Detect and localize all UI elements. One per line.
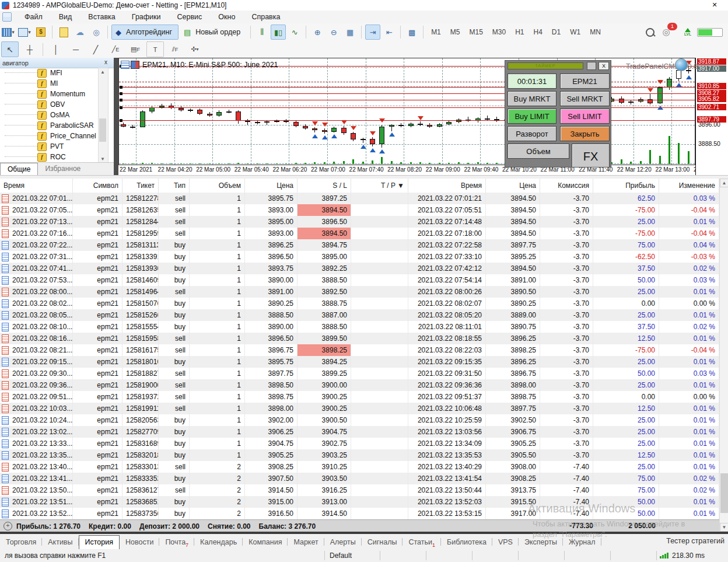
tab-Компания[interactable]: Компания (243, 536, 288, 548)
channels-tool-icon[interactable]: ⫽F (166, 41, 184, 57)
table-row[interactable]: 2021.03.22 08:16...epm21125815958sell138… (0, 333, 719, 344)
tab-Активы[interactable]: Активы (42, 536, 78, 548)
tab-История[interactable]: История (79, 535, 120, 549)
chart-window-icon[interactable] (2, 12, 12, 22)
timeframe-M30[interactable]: M30 (488, 25, 510, 39)
table-row[interactable]: 2021.03.22 10:24...epm21125820563buy1390… (0, 414, 719, 426)
table-row[interactable]: 2021.03.22 13:33...epm21125831689buy1390… (0, 438, 719, 449)
zoom-out-icon[interactable]: ⊖ (326, 25, 341, 40)
expand-summary-icon[interactable]: + (4, 522, 12, 530)
tab-Алерты[interactable]: Алерты (324, 536, 362, 548)
candle[interactable] (370, 139, 375, 144)
candle[interactable] (216, 112, 222, 116)
table-row[interactable]: 2021.03.22 07:31...epm21125813391buy1389… (0, 251, 719, 263)
candle[interactable] (312, 128, 317, 130)
candle-chart-mode-icon[interactable]: ▮▯ (271, 25, 286, 40)
candle[interactable] (360, 139, 366, 140)
table-row[interactable]: 2021.03.22 07:05...epm21125812635sell138… (0, 204, 719, 216)
crosshair-tool-icon[interactable]: ┼ (21, 41, 38, 57)
candle[interactable] (197, 110, 202, 114)
search-icon[interactable] (642, 25, 657, 40)
navigator-item-OBV[interactable]: fOBV (0, 99, 98, 110)
column-header-close-Изменение[interactable]: Изменение (659, 179, 719, 193)
candle[interactable] (389, 125, 394, 127)
table-row[interactable]: 2021.03.22 09:30...epm21125818827sell138… (0, 368, 719, 379)
table-scroll-up-icon[interactable]: ▲ (720, 179, 728, 187)
tab-Маркет[interactable]: Маркет (288, 536, 324, 548)
trade-panel-button-sell-mrkt[interactable]: Sell MRKT (560, 91, 610, 106)
timeframe-H1[interactable]: H1 (510, 25, 528, 39)
navigator-item-PVT[interactable]: fPVT (0, 141, 98, 152)
close-window-button[interactable]: ✕ (709, 1, 720, 9)
candle[interactable] (619, 99, 624, 103)
book-icon[interactable] (56, 25, 71, 40)
vertical-line-tool-icon[interactable]: │ (47, 41, 65, 57)
horizontal-line-tool-icon[interactable]: ─ (67, 41, 85, 57)
trade-panel-button-закрыть[interactable]: Закрыть (560, 126, 610, 141)
timeframe-M1[interactable]: M1 (426, 25, 446, 39)
indicators-icon[interactable]: ▩ (404, 25, 419, 40)
candle[interactable] (418, 124, 423, 125)
tab-Календарь[interactable]: Календарь (194, 536, 243, 548)
table-row[interactable]: 2021.03.22 08:10...epm21125815554buy1389… (0, 321, 719, 333)
trade-panel-button-00:01:31[interactable]: 00:01:31 (508, 74, 556, 89)
trade-panel-header[interactable]: ТАЙМЕР X (505, 61, 611, 70)
panel-minimize-button[interactable] (587, 62, 596, 70)
new-chart-button[interactable]: ▾ (1, 25, 16, 40)
candle[interactable] (159, 106, 164, 107)
column-header-Тип[interactable]: Тип (159, 179, 190, 193)
timeframe-W1[interactable]: W1 (565, 25, 585, 39)
candle[interactable] (245, 121, 250, 122)
candle[interactable] (255, 122, 260, 123)
tab-Новости[interactable]: Новости (120, 536, 159, 548)
table-row[interactable]: 2021.03.22 07:01...epm21125812278sell138… (0, 193, 719, 204)
table-row[interactable]: 2021.03.22 09:36...epm21125819000sell138… (0, 379, 719, 391)
timeframe-M5[interactable]: M5 (446, 25, 465, 39)
scroll-up-icon[interactable]: ▲ (99, 68, 107, 76)
tab-Сигналы[interactable]: Сигналы (362, 536, 403, 548)
navigator-item-MFI[interactable]: fMFI (0, 68, 98, 78)
auto-scroll-icon[interactable]: ⇥ (365, 25, 380, 40)
timeframe-H4[interactable]: H4 (529, 25, 547, 39)
scroll-thumb[interactable] (99, 118, 106, 142)
equidistant-channel-tool-icon[interactable]: ╱E (107, 41, 124, 57)
menu-Окно[interactable]: Окно (210, 11, 243, 23)
tab-Торговля[interactable]: Торговля (0, 536, 42, 548)
navigator-close-icon[interactable]: x (104, 59, 107, 65)
navigator-item-ParabolicSAR[interactable]: fParabolicSAR (0, 120, 98, 131)
candle[interactable] (331, 128, 337, 132)
table-row[interactable]: 2021.03.22 13:35...epm21125832018buy1390… (0, 449, 719, 461)
navigator-item-Momentum[interactable]: fMomentum (0, 89, 98, 99)
trade-panel-button-epm21[interactable]: EPM21 (560, 74, 610, 89)
candle[interactable] (485, 118, 490, 120)
trade-panel-button-разворот[interactable]: Разворот (508, 126, 556, 141)
candle[interactable] (264, 121, 270, 123)
connection-level-icon[interactable]: LVL (680, 25, 695, 40)
table-scrollbar[interactable]: ▲ ▼ (719, 179, 728, 532)
candle[interactable] (408, 124, 414, 126)
column-header-close-Прибыль[interactable]: Прибыль (593, 179, 659, 193)
candle[interactable] (121, 124, 126, 127)
candle[interactable] (130, 127, 135, 128)
candle[interactable] (446, 122, 452, 124)
column-header-S / L[interactable]: S / L (298, 179, 351, 193)
arrows-tool-icon[interactable]: ✣ ▾ (186, 41, 204, 57)
candle[interactable] (274, 121, 279, 122)
navigator-item-MI[interactable]: fMI (0, 78, 98, 89)
candle[interactable] (427, 125, 432, 127)
column-header-Тикет[interactable]: Тикет (123, 179, 159, 193)
column-header-Цена[interactable]: Цена (245, 179, 298, 193)
timeframe-MN[interactable]: MN (585, 25, 606, 39)
table-row[interactable]: 2021.03.22 07:53...epm21125814609buy1389… (0, 274, 719, 286)
navigator-item-ROC[interactable]: fROC (0, 152, 98, 162)
table-row[interactable]: 2021.03.22 13:40...epm21125833013sell239… (0, 461, 719, 473)
table-row[interactable]: 2021.03.22 13:50...epm21125836127sell239… (0, 484, 719, 496)
candle[interactable] (676, 70, 681, 79)
candle[interactable] (437, 124, 442, 127)
notifications-icon[interactable]: ◎ 1 (659, 25, 674, 40)
candle[interactable] (293, 122, 299, 126)
column-header-close-Комиссия[interactable]: Комиссия (540, 179, 593, 193)
column-header-T / P[interactable]: T / P ▼ (351, 179, 408, 193)
candle[interactable] (236, 111, 241, 121)
timeframe-M15[interactable]: M15 (464, 25, 487, 39)
